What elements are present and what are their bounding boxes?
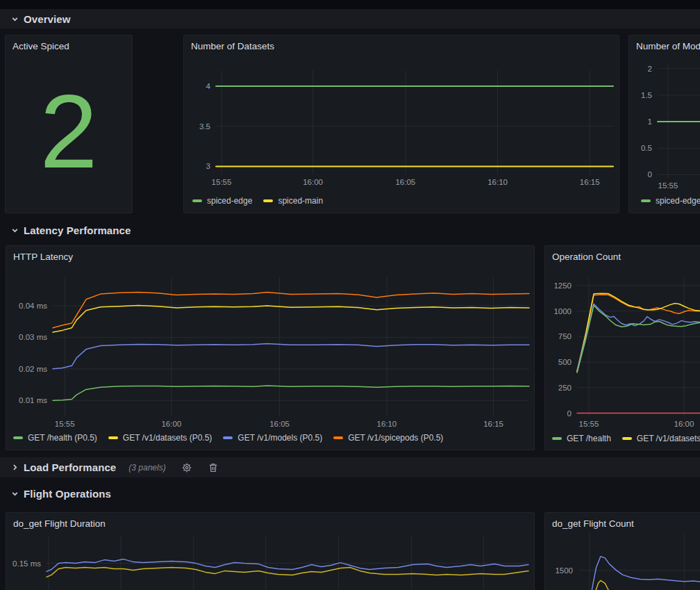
panel-do-get-flight-count: do_get Flight Count 1500 [544, 512, 700, 590]
legend-label: GET /v1/models (P0.5) [238, 433, 322, 443]
chart-legend: spiced-edge [641, 196, 700, 206]
legend-label: spiced-edge [656, 196, 700, 206]
svg-text:16:05: 16:05 [269, 420, 290, 428]
gear-icon[interactable] [181, 462, 192, 473]
stat-value: 2 [6, 55, 132, 207]
trash-icon[interactable] [208, 462, 219, 473]
panel-operation-count: Operation Count 15:5516:0002505007501000… [544, 245, 700, 450]
time-series-chart[interactable]: 15:5516:0016:0516:1016:1533.54 [184, 35, 619, 213]
svg-text:3.5: 3.5 [199, 122, 210, 131]
svg-text:0.04 ms: 0.04 ms [19, 302, 47, 310]
svg-text:0: 0 [567, 409, 572, 418]
svg-text:0: 0 [648, 170, 652, 179]
chart-canvas: 15:5516:0016:0516:1016:150.01 ms0.02 ms0… [6, 246, 534, 450]
chart-canvas: 15:5516:0016:0516:1016:1533.54 [184, 35, 619, 213]
legend-label: GET /v1/datasets [637, 434, 700, 443]
panel-title[interactable]: Active Spiced [12, 41, 69, 51]
section-row-overview[interactable]: Overview [0, 9, 700, 28]
legend-swatch-icon [641, 199, 651, 202]
time-series-chart[interactable]: 1500 [545, 513, 700, 590]
legend-item[interactable]: GET /health [552, 434, 611, 443]
legend-label: spiced-main [278, 196, 323, 206]
legend-item[interactable]: GET /v1/models (P0.5) [223, 433, 322, 443]
svg-text:1000: 1000 [553, 307, 572, 316]
legend-item[interactable]: GET /v1/datasets (P0.5) [108, 433, 212, 443]
chart-canvas: 15:5516:0000.511.52 [629, 35, 700, 213]
svg-text:250: 250 [558, 384, 572, 392]
section-title-overview: Overview [24, 13, 71, 25]
legend-swatch-icon [13, 436, 23, 439]
legend-swatch-icon [263, 199, 273, 202]
svg-text:16:00: 16:00 [303, 178, 323, 186]
legend-item[interactable]: GET /v1/spicepods (P0.5) [333, 433, 443, 443]
legend-label: GET /health (P0.5) [28, 433, 97, 443]
svg-text:16:10: 16:10 [376, 420, 397, 428]
chart-legend: GET /health (P0.5)GET /v1/datasets (P0.5… [13, 433, 443, 443]
chart-legend: spiced-edgespiced-main [192, 196, 323, 206]
chevron-down-icon [11, 227, 19, 234]
chevron-down-icon [11, 15, 19, 23]
chevron-down-icon [11, 490, 19, 498]
section-title-latency-performance: Latency Performance [24, 224, 131, 236]
svg-text:16:15: 16:15 [580, 178, 600, 186]
chevron-right-icon [11, 464, 19, 471]
legend-label: spiced-edge [207, 196, 252, 206]
legend-label: GET /v1/datasets (P0.5) [123, 433, 212, 443]
svg-text:750: 750 [558, 332, 572, 341]
panel-number-of-datasets: Number of Datasets 15:5516:0016:0516:101… [183, 35, 619, 213]
svg-text:3: 3 [206, 162, 210, 170]
legend-label: GET /v1/spicepods (P0.5) [348, 433, 443, 443]
svg-text:0.03 ms: 0.03 ms [19, 333, 47, 341]
legend-item[interactable]: spiced-main [263, 196, 323, 206]
svg-text:1250: 1250 [553, 281, 572, 290]
legend-swatch-icon [622, 437, 632, 440]
top-bar [0, 0, 700, 9]
legend-item[interactable]: spiced-edge [192, 196, 252, 206]
svg-text:16:00: 16:00 [674, 420, 694, 428]
svg-text:15:55: 15:55 [658, 181, 678, 190]
legend-item[interactable]: GET /health (P0.5) [13, 433, 97, 443]
panel-number-of-models: Number of Models 15:5516:0000.511.52 spi… [628, 35, 700, 213]
time-series-chart[interactable]: 15:5516:00025050075010001250 [545, 246, 700, 450]
svg-text:15:55: 15:55 [212, 178, 232, 186]
svg-text:1.5: 1.5 [641, 91, 652, 99]
panel-do-get-flight-duration: do_get Flight Duration 0.15 ms [6, 512, 535, 590]
svg-text:2: 2 [648, 65, 652, 73]
svg-text:16:00: 16:00 [161, 420, 181, 428]
legend-swatch-icon [333, 436, 343, 439]
svg-text:500: 500 [558, 358, 572, 366]
svg-text:1: 1 [648, 117, 652, 126]
svg-text:16:15: 16:15 [483, 420, 503, 428]
svg-text:0.15 ms: 0.15 ms [12, 559, 41, 568]
svg-text:15:55: 15:55 [579, 420, 599, 428]
legend-item[interactable]: spiced-edge [641, 196, 700, 206]
time-series-chart[interactable]: 15:5516:0000.511.52 [629, 35, 700, 213]
section-title-flight-operations: Flight Operations [24, 488, 111, 500]
section-row-flight-operations[interactable]: Flight Operations [0, 484, 700, 503]
section-row-load-performance[interactable]: Load Performance (3 panels) [0, 457, 700, 477]
chart-canvas: 1500 [545, 513, 700, 590]
chart-canvas: 15:5516:00025050075010001250 [545, 246, 700, 450]
svg-text:16:05: 16:05 [395, 178, 415, 186]
legend-swatch-icon [552, 437, 562, 440]
section-title-load-performance: Load Performance [24, 461, 116, 473]
time-series-chart[interactable]: 0.15 ms [6, 513, 534, 590]
legend-swatch-icon [192, 199, 202, 202]
chart-legend: GET /healthGET /v1/datasetsGET /v1/model… [552, 434, 700, 443]
panel-active-spiced: Active Spiced 2 [5, 35, 133, 213]
svg-text:15:55: 15:55 [55, 420, 75, 428]
panel-count-label: (3 panels) [128, 463, 165, 473]
svg-text:0.01 ms: 0.01 ms [19, 396, 47, 404]
legend-item[interactable]: GET /v1/datasets [622, 434, 700, 443]
svg-text:4: 4 [206, 82, 211, 90]
legend-label: GET /health [567, 434, 611, 443]
grafana-dashboard: Overview Active Spiced 2 Number of Datas… [0, 0, 700, 590]
svg-text:1500: 1500 [555, 566, 573, 575]
chart-canvas: 0.15 ms [6, 513, 534, 590]
svg-text:0.02 ms: 0.02 ms [19, 365, 47, 373]
legend-swatch-icon [108, 436, 118, 439]
section-row-latency-performance[interactable]: Latency Performance [0, 220, 700, 240]
svg-text:16:10: 16:10 [488, 178, 508, 186]
svg-text:0.5: 0.5 [641, 144, 652, 152]
time-series-chart[interactable]: 15:5516:0016:0516:1016:150.01 ms0.02 ms0… [6, 246, 534, 450]
